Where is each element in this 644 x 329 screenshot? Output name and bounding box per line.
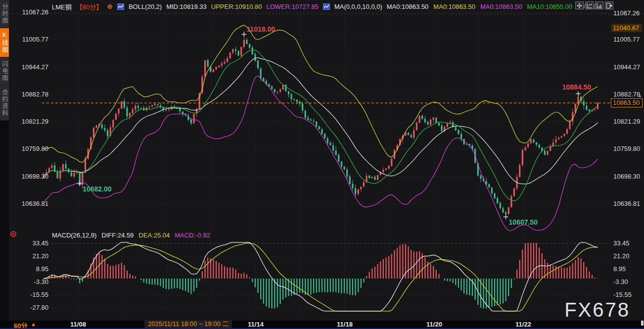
svg-text:8.95: 8.95 [36, 265, 48, 273]
svg-text:21.20: 21.20 [32, 252, 48, 260]
svg-text:11067.26: 11067.26 [22, 8, 48, 16]
svg-text:10698.30: 10698.30 [22, 173, 48, 180]
svg-text:33.45: 33.45 [32, 239, 48, 247]
svg-text:10698.30: 10698.30 [613, 173, 640, 180]
chart-canvas: 11067.2611067.2611005.7711005.7710944.27… [0, 0, 644, 321]
svg-text:10607.50: 10607.50 [509, 218, 538, 226]
svg-text:11018.00: 11018.00 [246, 25, 275, 33]
period-arrow-icon[interactable]: ▲ [31, 321, 36, 327]
svg-text:10944.27: 10944.27 [613, 63, 640, 71]
svg-text:10759.80: 10759.80 [613, 145, 640, 152]
x-axis-date-label: 11/14 [248, 321, 264, 328]
macd-legend: MACD(26,12,9) DIFF:24.59 DEA:25.04 MACD:… [52, 232, 210, 239]
scrollbar-handle[interactable] [641, 321, 644, 326]
svg-text:-3.30: -3.30 [34, 278, 48, 285]
svg-text:11005.77: 11005.77 [22, 36, 48, 43]
svg-text:21.20: 21.20 [613, 252, 630, 260]
svg-text:-15.55: -15.55 [613, 291, 632, 298]
price-flag-icon: ▲ [638, 93, 642, 98]
macd-layer [44, 242, 598, 311]
svg-text:-3.30: -3.30 [613, 278, 628, 285]
svg-text:10882.78: 10882.78 [613, 91, 640, 98]
macd-target-icon[interactable] [10, 231, 16, 237]
svg-text:33.45: 33.45 [613, 239, 630, 247]
svg-text:10821.29: 10821.29 [22, 118, 48, 125]
svg-text:8.95: 8.95 [613, 265, 626, 273]
svg-text:10759.80: 10759.80 [22, 145, 48, 152]
macd-diff-value: DIFF:24.59 [101, 232, 134, 239]
candles-layer [43, 34, 598, 217]
last-price-label: 10863.50 [611, 98, 643, 107]
crosshair-range-label: 2025/11/11 18:00 ~ 19:00 二 [144, 320, 232, 328]
time-axis-bar: 60分 ▲ 11/0811/1411/1811/2011/22 2025/11/… [0, 321, 644, 328]
trading-app: 分时图 K线图 闪电图 合约资料 LME铜 【60分】 ⊕ BOLL(20,2)… [0, 0, 644, 329]
svg-text:10682.00: 10682.00 [83, 185, 112, 193]
x-axis-date-label: 11/20 [426, 321, 442, 328]
x-axis-date-label: 11/08 [70, 321, 86, 328]
svg-text:10884.50: 10884.50 [562, 83, 592, 91]
svg-text:10821.29: 10821.29 [613, 118, 640, 125]
alert-price-label: 11040.67 [611, 24, 642, 32]
grid-layer [9, 12, 644, 318]
svg-text:10636.81: 10636.81 [22, 200, 48, 207]
svg-text:-27.80: -27.80 [30, 304, 48, 311]
svg-text:10944.27: 10944.27 [22, 63, 48, 71]
svg-text:11005.77: 11005.77 [613, 36, 640, 43]
svg-text:11067.26: 11067.26 [613, 9, 640, 17]
svg-text:10882.78: 10882.78 [22, 91, 48, 98]
svg-text:-15.55: -15.55 [30, 291, 48, 298]
x-axis-date-label: 11/22 [515, 321, 531, 328]
indicator-lines-layer [42, 25, 611, 231]
macd-hist-value: MACD:-0.92 [175, 232, 210, 239]
x-axis-date-label: 11/18 [337, 321, 353, 328]
macd-dea-value: DEA:25.04 [138, 232, 170, 239]
macd-params-label: MACD(26,12,9) [52, 232, 96, 239]
svg-text:10636.81: 10636.81 [613, 200, 640, 207]
watermark: FX678 [564, 299, 630, 321]
